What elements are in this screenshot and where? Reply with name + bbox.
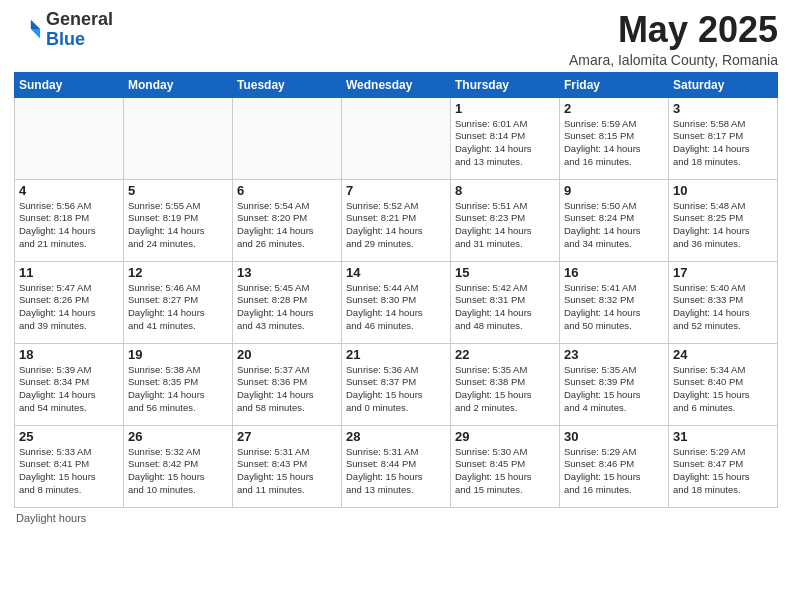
calendar-cell: 5Sunrise: 5:55 AM Sunset: 8:19 PM Daylig… [124,179,233,261]
cell-content: Sunrise: 5:58 AM Sunset: 8:17 PM Dayligh… [673,118,773,169]
day-header-friday: Friday [560,72,669,97]
cell-content: Sunrise: 5:32 AM Sunset: 8:42 PM Dayligh… [128,446,228,497]
day-number: 21 [346,347,446,362]
calendar-cell: 14Sunrise: 5:44 AM Sunset: 8:30 PM Dayli… [342,261,451,343]
week-row-3: 11Sunrise: 5:47 AM Sunset: 8:26 PM Dayli… [15,261,778,343]
cell-content: Sunrise: 5:44 AM Sunset: 8:30 PM Dayligh… [346,282,446,333]
day-number: 14 [346,265,446,280]
cell-content: Sunrise: 5:31 AM Sunset: 8:43 PM Dayligh… [237,446,337,497]
cell-content: Sunrise: 5:40 AM Sunset: 8:33 PM Dayligh… [673,282,773,333]
calendar-cell: 10Sunrise: 5:48 AM Sunset: 8:25 PM Dayli… [669,179,778,261]
svg-marker-1 [31,29,40,38]
calendar-cell: 26Sunrise: 5:32 AM Sunset: 8:42 PM Dayli… [124,425,233,507]
calendar-cell: 8Sunrise: 5:51 AM Sunset: 8:23 PM Daylig… [451,179,560,261]
calendar-cell: 17Sunrise: 5:40 AM Sunset: 8:33 PM Dayli… [669,261,778,343]
day-number: 27 [237,429,337,444]
day-header-tuesday: Tuesday [233,72,342,97]
day-number: 26 [128,429,228,444]
calendar-cell: 12Sunrise: 5:46 AM Sunset: 8:27 PM Dayli… [124,261,233,343]
day-number: 23 [564,347,664,362]
day-number: 7 [346,183,446,198]
week-row-2: 4Sunrise: 5:56 AM Sunset: 8:18 PM Daylig… [15,179,778,261]
day-number: 31 [673,429,773,444]
calendar-cell: 13Sunrise: 5:45 AM Sunset: 8:28 PM Dayli… [233,261,342,343]
calendar-table: SundayMondayTuesdayWednesdayThursdayFrid… [14,72,778,508]
calendar-cell: 15Sunrise: 5:42 AM Sunset: 8:31 PM Dayli… [451,261,560,343]
calendar-cell: 11Sunrise: 5:47 AM Sunset: 8:26 PM Dayli… [15,261,124,343]
logo-text: General Blue [46,10,113,50]
week-row-1: 1Sunrise: 6:01 AM Sunset: 8:14 PM Daylig… [15,97,778,179]
calendar-cell: 21Sunrise: 5:36 AM Sunset: 8:37 PM Dayli… [342,343,451,425]
week-row-4: 18Sunrise: 5:39 AM Sunset: 8:34 PM Dayli… [15,343,778,425]
calendar-cell: 27Sunrise: 5:31 AM Sunset: 8:43 PM Dayli… [233,425,342,507]
day-number: 10 [673,183,773,198]
calendar-cell: 19Sunrise: 5:38 AM Sunset: 8:35 PM Dayli… [124,343,233,425]
day-number: 28 [346,429,446,444]
logo-general: General [46,9,113,29]
calendar-cell [15,97,124,179]
calendar-cell: 1Sunrise: 6:01 AM Sunset: 8:14 PM Daylig… [451,97,560,179]
cell-content: Sunrise: 5:39 AM Sunset: 8:34 PM Dayligh… [19,364,119,415]
day-number: 16 [564,265,664,280]
day-number: 18 [19,347,119,362]
day-number: 6 [237,183,337,198]
footer-note: Daylight hours [14,512,778,524]
day-number: 22 [455,347,555,362]
logo-blue: Blue [46,29,85,49]
svg-marker-0 [31,20,40,29]
calendar-cell: 29Sunrise: 5:30 AM Sunset: 8:45 PM Dayli… [451,425,560,507]
calendar-cell [124,97,233,179]
cell-content: Sunrise: 5:45 AM Sunset: 8:28 PM Dayligh… [237,282,337,333]
day-header-monday: Monday [124,72,233,97]
day-number: 11 [19,265,119,280]
day-number: 29 [455,429,555,444]
cell-content: Sunrise: 5:37 AM Sunset: 8:36 PM Dayligh… [237,364,337,415]
day-number: 5 [128,183,228,198]
day-number: 19 [128,347,228,362]
cell-content: Sunrise: 5:33 AM Sunset: 8:41 PM Dayligh… [19,446,119,497]
calendar-cell: 6Sunrise: 5:54 AM Sunset: 8:20 PM Daylig… [233,179,342,261]
cell-content: Sunrise: 5:41 AM Sunset: 8:32 PM Dayligh… [564,282,664,333]
day-number: 2 [564,101,664,116]
calendar-cell: 25Sunrise: 5:33 AM Sunset: 8:41 PM Dayli… [15,425,124,507]
cell-content: Sunrise: 5:36 AM Sunset: 8:37 PM Dayligh… [346,364,446,415]
month-title: May 2025 [569,10,778,50]
cell-content: Sunrise: 5:35 AM Sunset: 8:39 PM Dayligh… [564,364,664,415]
cell-content: Sunrise: 5:50 AM Sunset: 8:24 PM Dayligh… [564,200,664,251]
cell-content: Sunrise: 5:30 AM Sunset: 8:45 PM Dayligh… [455,446,555,497]
title-block: May 2025 Amara, Ialomita County, Romania [569,10,778,68]
cell-content: Sunrise: 6:01 AM Sunset: 8:14 PM Dayligh… [455,118,555,169]
calendar-cell: 31Sunrise: 5:29 AM Sunset: 8:47 PM Dayli… [669,425,778,507]
cell-content: Sunrise: 5:59 AM Sunset: 8:15 PM Dayligh… [564,118,664,169]
header-row-days: SundayMondayTuesdayWednesdayThursdayFrid… [15,72,778,97]
cell-content: Sunrise: 5:46 AM Sunset: 8:27 PM Dayligh… [128,282,228,333]
calendar-cell: 4Sunrise: 5:56 AM Sunset: 8:18 PM Daylig… [15,179,124,261]
calendar-cell: 18Sunrise: 5:39 AM Sunset: 8:34 PM Dayli… [15,343,124,425]
day-header-saturday: Saturday [669,72,778,97]
calendar-cell: 24Sunrise: 5:34 AM Sunset: 8:40 PM Dayli… [669,343,778,425]
day-number: 15 [455,265,555,280]
day-number: 13 [237,265,337,280]
day-number: 24 [673,347,773,362]
day-number: 12 [128,265,228,280]
day-header-wednesday: Wednesday [342,72,451,97]
cell-content: Sunrise: 5:47 AM Sunset: 8:26 PM Dayligh… [19,282,119,333]
day-header-thursday: Thursday [451,72,560,97]
day-number: 17 [673,265,773,280]
calendar-cell [342,97,451,179]
calendar-cell: 23Sunrise: 5:35 AM Sunset: 8:39 PM Dayli… [560,343,669,425]
cell-content: Sunrise: 5:54 AM Sunset: 8:20 PM Dayligh… [237,200,337,251]
day-number: 25 [19,429,119,444]
calendar-cell: 7Sunrise: 5:52 AM Sunset: 8:21 PM Daylig… [342,179,451,261]
calendar-cell: 16Sunrise: 5:41 AM Sunset: 8:32 PM Dayli… [560,261,669,343]
calendar-cell: 22Sunrise: 5:35 AM Sunset: 8:38 PM Dayli… [451,343,560,425]
day-number: 9 [564,183,664,198]
cell-content: Sunrise: 5:52 AM Sunset: 8:21 PM Dayligh… [346,200,446,251]
logo-icon [14,16,42,44]
day-number: 3 [673,101,773,116]
cell-content: Sunrise: 5:29 AM Sunset: 8:47 PM Dayligh… [673,446,773,497]
calendar-cell: 3Sunrise: 5:58 AM Sunset: 8:17 PM Daylig… [669,97,778,179]
cell-content: Sunrise: 5:56 AM Sunset: 8:18 PM Dayligh… [19,200,119,251]
header-row: General Blue May 2025 Amara, Ialomita Co… [14,10,778,68]
week-row-5: 25Sunrise: 5:33 AM Sunset: 8:41 PM Dayli… [15,425,778,507]
